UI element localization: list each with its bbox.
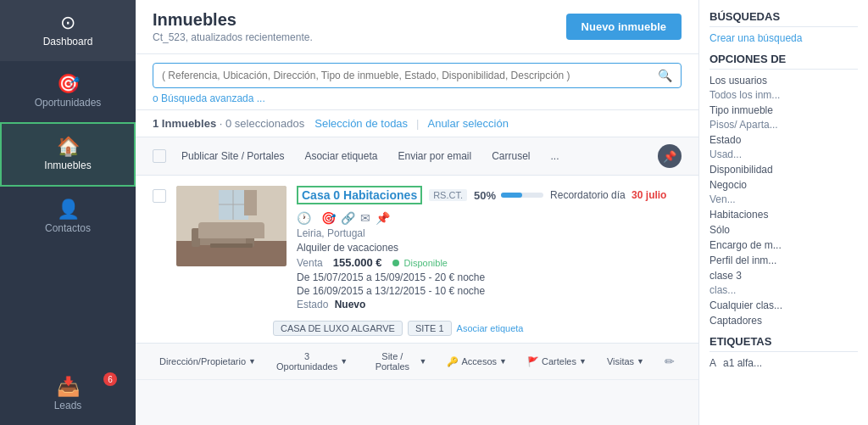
option-clase3: clase 3 clas... [709, 270, 858, 296]
property-top: Casa 0 Habitaciones RS.CT. 50% Recordato… [136, 176, 698, 316]
option-tipo-inmueble: Tipo inmueble Pisos/ Aparta... [709, 104, 858, 131]
deselect-link[interactable]: Anular selección [427, 117, 508, 130]
results-count: 1 Inmuebles · 0 seleccionados [153, 117, 304, 130]
site-portales-button[interactable]: Site / Portales ▼ [361, 349, 433, 374]
reminder-text: Recordatorio día 30 julio [550, 189, 666, 201]
option-habitaciones: Habitaciones [709, 209, 858, 221]
property-info: Casa 0 Habitaciones RS.CT. 50% Recordato… [297, 186, 682, 316]
dashboard-icon: ⊙ [60, 14, 75, 32]
new-inmueble-button[interactable]: Nuevo inmueble [566, 14, 682, 40]
leads-badge: 6 [103, 372, 117, 386]
dropdown-arrow: ▼ [637, 357, 644, 366]
price-label: Venta [297, 257, 323, 269]
option-negocio: Negocio Ven... [709, 179, 858, 205]
search-wrapper: 🔍 [153, 63, 682, 88]
associate-tag-button[interactable]: Asociar etiqueta [457, 323, 524, 333]
property-price-row: Venta 155.000 € Disponible [297, 256, 682, 269]
selected-count: · 0 seleccionados [220, 117, 304, 130]
direction-propietario-button[interactable]: Dirección/Propietario ▼ [153, 354, 263, 369]
dropdown-arrow: ▼ [340, 357, 348, 366]
pin-button[interactable]: 📌 [658, 144, 682, 168]
property-image [176, 186, 287, 266]
search-icon: 🔍 [658, 69, 672, 82]
flag-icon: 🚩 [527, 356, 539, 367]
sidebar-item-leads[interactable]: 6 📥 Leads [0, 364, 136, 425]
progress-area: 50% [474, 189, 543, 202]
associate-label-button[interactable]: Asociar etiqueta [299, 147, 382, 165]
price-value: 155.000 € [333, 256, 382, 269]
date-row-1: De 15/07/2015 a 15/09/2015 - 20 € noche [297, 271, 682, 283]
clock-icon: 🕐 [297, 211, 311, 225]
tag-2: SITE 1 [408, 321, 452, 336]
more-options-button[interactable]: ... [546, 147, 565, 165]
sidebar-item-label: Oportunidades [35, 97, 102, 109]
action-bar: Publicar Site / Portales Asociar etiquet… [136, 137, 698, 176]
sidebar-item-contactos[interactable]: 👤 Contactos [0, 187, 136, 248]
results-toolbar: 1 Inmuebles · 0 seleccionados Selección … [136, 110, 698, 137]
dropdown-arrow: ▼ [499, 357, 507, 366]
state-value: Nuevo [335, 299, 366, 310]
tag-1: CASA DE LUXO ALGARVE [273, 321, 403, 336]
inmuebles-icon: 🏠 [57, 137, 80, 156]
search-input[interactable] [162, 70, 658, 81]
thumbtack-icon[interactable]: 📌 [376, 211, 390, 225]
send-email-button[interactable]: Enviar por email [392, 147, 476, 165]
svg-rect-6 [193, 230, 253, 245]
option-los-usuarios: Los usuarios Todos los inm... [709, 75, 858, 101]
sidebar-item-label: Contactos [45, 222, 91, 234]
property-location: Leiria, Portugal [297, 227, 682, 239]
availability-badge: Disponible [392, 258, 448, 268]
svg-rect-9 [210, 243, 253, 248]
searches-title: BÚSQUEDAS [709, 10, 858, 27]
tags-section: ETIQUETAS A a1 alfa... [709, 335, 858, 369]
progress-percent: 50% [474, 189, 496, 202]
property-ref: RS.CT. [429, 189, 467, 201]
page-header: Inmuebles Ct_523, atualizados recienteme… [136, 0, 698, 54]
sidebar-item-dashboard[interactable]: ⊙ Dashboard [0, 0, 136, 61]
header-text: Inmuebles Ct_523, atualizados recienteme… [153, 10, 313, 43]
oportunidades-button[interactable]: 3 Oportunidades ▼ [270, 349, 354, 374]
tags-row: CASA DE LUXO ALGARVE SITE 1 Asociar etiq… [136, 316, 698, 343]
option-solo: Sólo [709, 224, 858, 236]
property-title[interactable]: Casa 0 Habitaciones [297, 186, 422, 204]
page-subtitle: Ct_523, atualizados recientemente. [153, 31, 313, 43]
target-icon[interactable]: 🎯 [321, 211, 336, 225]
property-bottom-bar: Dirección/Propietario ▼ 3 Oportunidades … [136, 343, 698, 379]
carrusel-button[interactable]: Carrusel [487, 147, 535, 165]
progress-bar [501, 193, 543, 198]
carteles-button[interactable]: 🚩 Carteles ▼ [520, 354, 593, 370]
availability-dot [392, 260, 399, 266]
publish-button[interactable]: Publicar Site / Portales [176, 147, 289, 165]
create-search-link[interactable]: Crear una búsqueda [709, 32, 858, 44]
sidebar-item-label: Dashboard [43, 36, 93, 48]
options-title: OPCIONES DE [709, 53, 858, 70]
key-icon: 🔑 [447, 356, 459, 367]
right-panel: BÚSQUEDAS Crear una búsqueda OPCIONES DE… [698, 0, 868, 425]
dropdown-arrow: ▼ [248, 357, 256, 366]
tag-item: A a1 alfa... [709, 357, 858, 369]
share-icon[interactable]: 🔗 [341, 211, 355, 225]
edit-button[interactable]: ✏ [658, 351, 682, 372]
select-all-link[interactable]: Selección de todas [314, 117, 408, 130]
property-checkbox[interactable] [153, 189, 166, 203]
sidebar-item-oportunidades[interactable]: 🎯 Oportunidades [0, 61, 136, 122]
sidebar: ⊙ Dashboard 🎯 Oportunidades 🏠 Inmuebles … [0, 0, 136, 425]
options-section: OPCIONES DE Los usuarios Todos los inm..… [709, 53, 858, 327]
option-estado: Estado Usad... [709, 134, 858, 160]
option-encargo: Encargo de m... [709, 239, 858, 251]
dropdown-arrow: ▼ [420, 357, 427, 366]
option-disponibilidad: Disponibilidad [709, 164, 858, 176]
oportunidades-icon: 🎯 [57, 75, 80, 93]
accesos-button[interactable]: 🔑 Accesos ▼ [440, 354, 514, 370]
sidebar-item-inmuebles[interactable]: 🏠 Inmuebles [0, 122, 136, 187]
sidebar-item-label: Leads [54, 400, 82, 411]
option-captadores: Captadores [709, 315, 858, 327]
visitas-button[interactable]: Visitas ▼ [600, 354, 651, 369]
email-icon[interactable]: ✉ [360, 211, 370, 225]
advanced-search-link[interactable]: o Búsqueda avanzada ... [153, 92, 682, 104]
main-content: Inmuebles Ct_523, atualizados recienteme… [136, 0, 698, 425]
state-label: Estado [297, 299, 328, 310]
select-all-checkbox[interactable] [153, 149, 166, 163]
search-section: 🔍 o Búsqueda avanzada ... [136, 54, 698, 110]
sidebar-item-label: Inmuebles [44, 159, 91, 171]
